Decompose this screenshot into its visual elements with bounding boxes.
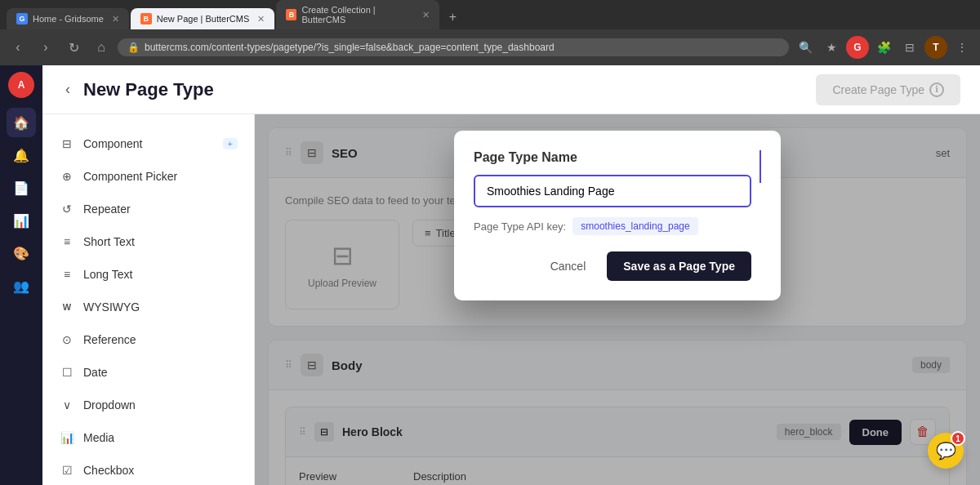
browser-tab-2[interactable]: B New Page | ButterCMS ✕ <box>131 8 275 29</box>
new-tab-button[interactable]: + <box>441 5 464 29</box>
browser-bookmark-icon[interactable]: ★ <box>820 36 843 59</box>
app-container: A 🏠 🔔 📄 📊 🎨 👥 ‹ New Page Type Create Pag… <box>0 65 980 485</box>
browser-chrome: G Home - Gridsome ✕ B New Page | ButterC… <box>0 0 980 65</box>
browser-extensions-icon[interactable]: 🧩 <box>872 36 895 59</box>
date-icon: ☐ <box>59 364 75 380</box>
component-item-short-text[interactable]: ≡ Short Text <box>42 225 254 258</box>
modal-cancel-button[interactable]: Cancel <box>537 251 599 281</box>
browser-tab-1[interactable]: G Home - Gridsome ✕ <box>7 8 129 29</box>
chat-badge: 1 <box>951 431 965 446</box>
modal-overlay: Page Type Name Page Type API key: smooth… <box>255 114 980 485</box>
main-area: ‹ New Page Type Create Page Type ℹ ⊟ Com… <box>42 65 980 485</box>
long-text-icon: ≡ <box>59 266 75 283</box>
browser-layout-icon[interactable]: ⊟ <box>898 36 921 59</box>
modal-save-button[interactable]: Save as a Page Type <box>607 251 751 281</box>
sidebar-icon-chart[interactable]: 📊 <box>7 206 36 235</box>
component-item-dropdown[interactable]: ∨ Dropdown <box>42 389 254 421</box>
dropdown-icon: ∨ <box>59 397 75 413</box>
browser-profile-icon[interactable]: G <box>846 36 869 59</box>
user-avatar[interactable]: A <box>8 72 34 98</box>
component-icon: ⊟ <box>59 136 75 152</box>
reference-icon: ⊙ <box>59 331 75 348</box>
browser-controls: ‹ › ↻ ⌂ 🔒 buttercms.com/content-types/pa… <box>0 29 980 65</box>
top-bar-left: ‹ New Page Type <box>62 78 214 101</box>
component-item-picker[interactable]: ⊕ Component Picker <box>42 160 254 193</box>
tab-close-2[interactable]: ✕ <box>257 14 265 24</box>
sidebar-icon-home[interactable]: 🏠 <box>7 108 36 137</box>
tab-close-3[interactable]: ✕ <box>422 10 430 20</box>
create-page-type-button[interactable]: Create Page Type ℹ <box>816 74 960 105</box>
tab-close-1[interactable]: ✕ <box>112 14 119 24</box>
media-icon: 📊 <box>59 429 75 446</box>
content-area: ⊟ Component + ⊕ Component Picker ↺ Repea… <box>42 114 980 485</box>
forward-nav-button[interactable]: › <box>34 36 57 59</box>
sidebar-icon-bell[interactable]: 🔔 <box>7 140 36 170</box>
modal-title: Page Type Name <box>474 150 751 165</box>
component-picker-icon: ⊕ <box>59 168 75 185</box>
home-button[interactable]: ⌂ <box>90 36 113 59</box>
modal-actions: Cancel Save as a Page Type <box>474 251 751 281</box>
component-item-repeater[interactable]: ↺ Repeater <box>42 193 254 225</box>
reload-button[interactable]: ↻ <box>62 36 85 59</box>
page-title: New Page Type <box>83 79 214 100</box>
component-item-media[interactable]: 📊 Media <box>42 421 254 454</box>
sidebar-icon-palette[interactable]: 🎨 <box>7 238 36 268</box>
component-panel: ⊟ Component + ⊕ Component Picker ↺ Repea… <box>42 114 255 485</box>
modal-api-key-label: Page Type API key: <box>474 220 566 233</box>
modal-api-key-row: Page Type API key: smoothies_landing_pag… <box>474 217 751 235</box>
builder-area: ⠿ ⊟ SEO set Compile SEO data to feed to … <box>255 114 980 485</box>
component-item-reference[interactable]: ⊙ Reference <box>42 323 254 356</box>
component-item-date[interactable]: ☐ Date <box>42 356 254 389</box>
checkbox-icon: ☑ <box>59 462 75 478</box>
top-bar: ‹ New Page Type Create Page Type ℹ <box>42 65 980 114</box>
address-bar[interactable]: 🔒 buttercms.com/content-types/pagetype/?… <box>118 38 789 56</box>
sidebar-icon-users[interactable]: 👥 <box>7 271 36 300</box>
page-type-name-modal: Page Type Name Page Type API key: smooth… <box>454 131 781 300</box>
browser-user-icon[interactable]: T <box>924 36 947 59</box>
back-nav-button[interactable]: ‹ <box>7 36 29 59</box>
info-icon: ℹ <box>929 82 944 97</box>
browser-menu-icon[interactable]: ⋮ <box>951 36 973 59</box>
back-button[interactable]: ‹ <box>62 78 74 101</box>
component-item-checkbox[interactable]: ☑ Checkbox <box>42 454 254 485</box>
sidebar-icon-page[interactable]: 📄 <box>7 173 36 202</box>
chat-bubble[interactable]: 💬 1 <box>928 433 964 469</box>
component-item-long-text[interactable]: ≡ Long Text <box>42 258 254 291</box>
page-type-name-input[interactable] <box>474 175 751 207</box>
repeater-icon: ↺ <box>59 201 75 217</box>
browser-tabs: G Home - Gridsome ✕ B New Page | ButterC… <box>0 0 980 29</box>
browser-search-icon[interactable]: 🔍 <box>794 36 817 59</box>
modal-cursor-indicator <box>760 150 761 183</box>
modal-api-key-value: smoothies_landing_page <box>572 217 697 235</box>
wysiwyg-icon: W <box>59 299 75 315</box>
browser-tab-3[interactable]: B Create Collection | ButterCMS ✕ <box>276 0 439 29</box>
browser-icon-group: 🔍 ★ G 🧩 ⊟ T ⋮ <box>794 36 973 59</box>
left-sidebar: A 🏠 🔔 📄 📊 🎨 👥 <box>0 65 42 485</box>
component-item-wysiwyg[interactable]: W WYSIWYG <box>42 291 254 323</box>
short-text-icon: ≡ <box>59 234 75 250</box>
component-item-component[interactable]: ⊟ Component + <box>42 127 254 160</box>
